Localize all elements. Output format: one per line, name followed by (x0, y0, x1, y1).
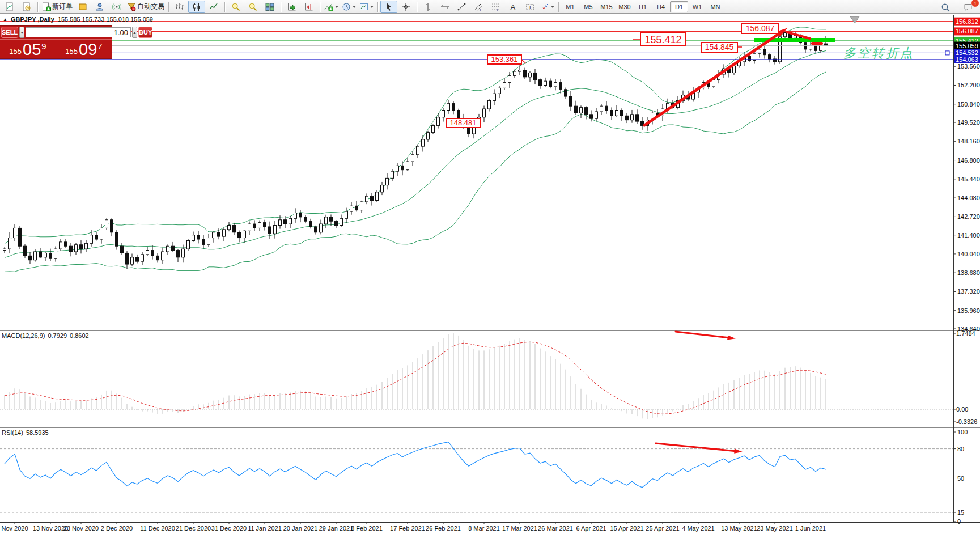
timeframe-mn-button[interactable]: MN (706, 1, 724, 12)
dropdown-caret-icon[interactable] (353, 6, 356, 8)
trendline-tool-button[interactable] (453, 1, 470, 13)
svg-text:T: T (529, 4, 532, 10)
dropdown-caret-icon[interactable] (335, 6, 338, 8)
text-label-tool-button[interactable]: T (521, 1, 538, 13)
arrows-tool-button[interactable] (538, 1, 556, 13)
svg-text:148.481: 148.481 (450, 118, 477, 127)
notifications-button[interactable]: 1 (960, 1, 977, 14)
zoom-in-button[interactable] (227, 1, 244, 13)
indicators-button[interactable] (323, 1, 340, 13)
timeframe-h1-button[interactable]: H1 (634, 1, 652, 12)
volume-input[interactable] (26, 27, 131, 37)
signals-icon (112, 2, 121, 11)
timeframe-m30-button[interactable]: M30 (616, 1, 634, 12)
tile-windows-button[interactable] (261, 1, 278, 13)
timeframe-m1-button[interactable]: M1 (561, 1, 579, 12)
svg-text:8 Feb 2021: 8 Feb 2021 (351, 525, 383, 532)
svg-text:154.063: 154.063 (956, 56, 978, 63)
timeframe-m15-button[interactable]: M15 (597, 1, 616, 12)
chart-background (0, 14, 980, 534)
signals-button[interactable] (108, 1, 125, 13)
svg-text:-0.3326: -0.3326 (956, 418, 977, 425)
equidistant-channel-tool-button[interactable]: E (470, 1, 487, 13)
buy-button[interactable]: BUY (138, 27, 152, 38)
svg-text:E: E (480, 7, 483, 11)
svg-text:26 Mar 2021: 26 Mar 2021 (538, 525, 573, 532)
timeframe-m5-button[interactable]: M5 (579, 1, 597, 12)
svg-text:141.400: 141.400 (957, 232, 980, 239)
zoom-out-button[interactable] (244, 1, 261, 13)
chart-area: 153.560152.200150.840149.520148.160146.8… (0, 0, 980, 534)
macd-indicator-label: MACD(12,26,9)0.79290.8602 (2, 332, 89, 339)
vertical-line-tool-icon (423, 2, 432, 11)
toolbar-separator (224, 2, 225, 12)
line-chart-mode-icon (209, 2, 218, 11)
buy-price[interactable]: 155 09 7 (56, 40, 112, 58)
svg-text:100: 100 (957, 429, 968, 435)
zoom-in-icon (231, 2, 240, 11)
dropdown-caret-icon[interactable] (551, 6, 554, 8)
line-handle[interactable] (945, 51, 949, 55)
svg-text:2 Dec 2020: 2 Dec 2020 (101, 525, 133, 532)
volume-up-stepper[interactable]: ▲ (132, 27, 137, 38)
bull-bear-turning-point-note[interactable]: 多空转折点 (843, 46, 914, 60)
bar-chart-mode-button[interactable] (171, 1, 188, 13)
timeframe-w1-button[interactable]: W1 (688, 1, 706, 12)
profiles-icon (22, 2, 31, 11)
line-chart-mode-button[interactable] (205, 1, 222, 13)
chart-shift-button[interactable] (300, 1, 317, 13)
svg-text:140.040: 140.040 (957, 251, 980, 257)
svg-text:15 Apr 2021: 15 Apr 2021 (610, 525, 643, 532)
market-watch-icon (78, 2, 87, 11)
fibonacci-tool-button[interactable]: F (487, 1, 504, 13)
trendline-tool-icon (457, 2, 466, 11)
main-toolbar: 新订单自动交易EFATM1M5M15M30H1H4D1W1MN1 (0, 0, 980, 14)
periods-button[interactable] (340, 1, 358, 13)
sell-button[interactable]: SELL (1, 27, 18, 38)
text-tool-button[interactable]: A (504, 1, 521, 13)
svg-text:8 Mar 2021: 8 Mar 2021 (468, 525, 500, 532)
svg-text:29 Jan 2021: 29 Jan 2021 (319, 525, 354, 532)
dropdown-caret-icon[interactable] (370, 6, 374, 8)
navigator-button[interactable] (91, 1, 108, 13)
toolbar-separator (417, 2, 417, 12)
chart-shift-icon (304, 2, 313, 11)
horizontal-line-tool-button[interactable] (436, 1, 453, 13)
market-watch-button[interactable] (74, 1, 91, 13)
svg-text:153.560: 153.560 (957, 63, 980, 70)
svg-text:153.361: 153.361 (491, 55, 518, 63)
text-tool-icon: A (508, 2, 517, 11)
profiles-button[interactable] (18, 1, 35, 13)
svg-text:1 Jun 2021: 1 Jun 2021 (795, 525, 826, 532)
red-dash-mark[interactable] (811, 42, 823, 45)
new-order-icon (42, 2, 51, 11)
auto-trading-button[interactable]: 自动交易 (125, 1, 166, 13)
volume-down-stepper[interactable]: ▼ (19, 27, 24, 38)
auto-scroll-button[interactable] (283, 1, 300, 13)
arrows-tool-icon (540, 2, 549, 11)
vertical-line-tool-button[interactable] (419, 1, 436, 13)
svg-text:144.080: 144.080 (957, 194, 980, 201)
auto-scroll-icon (287, 2, 296, 11)
new-order-button[interactable]: 新订单 (40, 1, 74, 13)
svg-text:31 Dec 2020: 31 Dec 2020 (211, 525, 247, 532)
svg-text:155.412: 155.412 (644, 34, 681, 45)
sell-price[interactable]: 155 05 9 (0, 40, 56, 58)
templates-button[interactable] (358, 1, 375, 13)
svg-text:17 Mar 2021: 17 Mar 2021 (502, 525, 537, 532)
timeframe-d1-button[interactable]: D1 (670, 1, 688, 12)
candlestick-mode-button[interactable] (188, 1, 205, 13)
svg-text:154.845: 154.845 (705, 43, 734, 52)
svg-text:26 Feb 2021: 26 Feb 2021 (426, 525, 461, 532)
search-button[interactable] (937, 1, 954, 14)
svg-text:0: 0 (957, 518, 961, 525)
quote-panel-toggle-icon[interactable]: ▲ (3, 17, 7, 22)
svg-text:4 May 2021: 4 May 2021 (682, 525, 714, 532)
cursor-tool-button[interactable] (380, 1, 397, 13)
cursor-tool-icon (384, 2, 393, 11)
svg-text:148.160: 148.160 (957, 138, 980, 145)
timeframe-h4-button[interactable]: H4 (652, 1, 670, 12)
new-chart-button[interactable] (1, 1, 18, 13)
svg-text:0.00: 0.00 (956, 406, 968, 413)
crosshair-tool-button[interactable] (397, 1, 414, 13)
